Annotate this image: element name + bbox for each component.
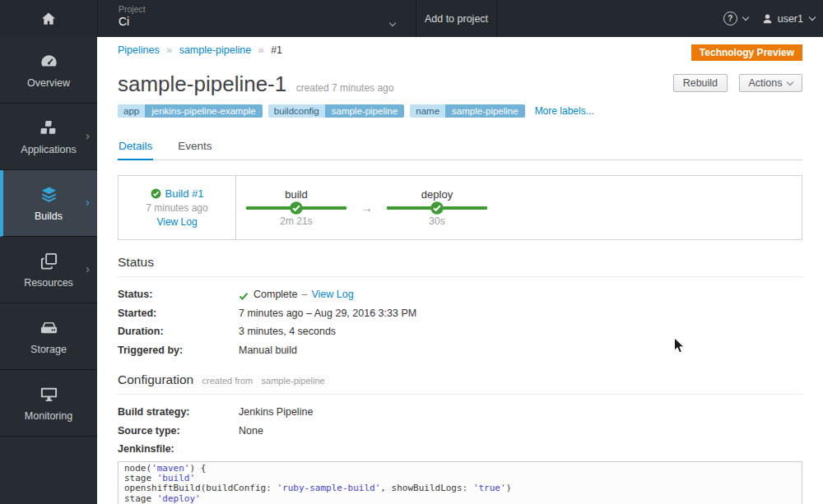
started-label: Started: [118, 307, 239, 321]
sidebar-item-label: Builds [35, 210, 63, 222]
stage-duration: 30s [387, 215, 487, 227]
main-content: Pipelines » sample-pipeline » #1 Technol… [97, 37, 823, 504]
label-value: sample-pipeline [325, 104, 405, 118]
sidebar-item-label: Resources [24, 277, 73, 289]
username: user1 [778, 13, 803, 25]
build-age: 7 minutes ago [146, 202, 207, 214]
actions-label: Actions [749, 77, 783, 89]
openshift-console: Project Ci Add to project ? user1 [0, 0, 823, 504]
check-icon [239, 291, 249, 301]
pipeline-stage-build: build 2m 21s [246, 188, 346, 227]
label-value: sample-pipeline [445, 104, 525, 118]
chevron-right-icon: › [86, 128, 90, 142]
started-row: Started: 7 minutes ago – Aug 29, 2016 3:… [118, 307, 802, 321]
project-selector-label: Project [119, 4, 146, 14]
sidebar-item-builds[interactable]: Builds › [0, 170, 97, 237]
add-to-project-label: Add to project [425, 13, 488, 25]
stage-arrow-icon: → [346, 201, 387, 215]
jenkinsfile-code-block[interactable]: node('maven') {stage 'build'openshiftBui… [118, 461, 802, 504]
source-type-value: None [239, 424, 263, 439]
sidebar-item-applications[interactable]: Applications › [0, 104, 97, 170]
sidebar-item-resources[interactable]: Resources › [0, 237, 97, 303]
source-type-label: Source type: [118, 424, 239, 439]
jenkinsfile-row: Jenkinsfile: [118, 442, 802, 457]
created-from-text: created from [202, 376, 253, 386]
chevron-down-icon [809, 13, 816, 20]
created-timestamp: created 7 minutes ago [296, 82, 394, 94]
configuration-heading-text: Configuration [118, 372, 193, 386]
stage-progress-line [387, 206, 487, 210]
add-to-project-button[interactable]: Add to project [416, 0, 496, 37]
build-strategy-row: Build strategy: Jenkins Pipeline [118, 405, 802, 420]
help-menu[interactable]: ? [723, 12, 748, 25]
status-row: Status: Complete – View Log [118, 288, 802, 303]
rebuild-button[interactable]: Rebuild [673, 74, 728, 92]
breadcrumb-pipeline-link[interactable]: sample-pipeline [179, 44, 252, 56]
stage-progress-line [246, 206, 346, 210]
sidebar-item-monitoring[interactable]: Monitoring [0, 370, 97, 437]
dashboard-icon [40, 52, 58, 77]
label-key: name [410, 104, 445, 118]
label-value: jenkins-pipeline-example [145, 104, 263, 118]
build-number-link[interactable]: Build #1 [165, 187, 204, 200]
triggered-by-value: Manual build [239, 344, 297, 358]
status-value: Complete – View Log [239, 288, 354, 303]
status-label: Status: [118, 288, 239, 303]
sidebar-item-label: Overview [27, 77, 70, 89]
chevron-down-icon [787, 79, 793, 86]
sidebar-item-overview[interactable]: Overview [0, 37, 97, 104]
topbar-right-group: ? user1 [723, 0, 815, 37]
tab-events[interactable]: Events [177, 136, 212, 160]
configuration-details: Build strategy: Jenkins Pipeline Source … [118, 405, 802, 457]
page-title: sample-pipeline-1 [118, 72, 286, 96]
sidebar: Overview Applications › Builds › Resourc… [0, 37, 97, 504]
tab-bar: Details Events [118, 136, 802, 160]
status-text: Complete [253, 288, 298, 303]
duration-value: 3 minutes, 4 seconds [239, 325, 336, 340]
sidebar-item-storage[interactable]: Storage [0, 303, 97, 370]
actions-dropdown-button[interactable]: Actions [739, 74, 802, 92]
sidebar-item-label: Monitoring [25, 410, 72, 422]
view-log-link[interactable]: View Log [311, 288, 353, 303]
duration-row: Duration: 3 minutes, 4 seconds [118, 325, 802, 340]
home-icon [40, 11, 57, 27]
label-key: buildconfig [268, 104, 325, 118]
created-from-link[interactable]: sample-pipeline [262, 376, 325, 386]
pipeline-build-summary: Build #1 7 minutes ago View Log [119, 176, 236, 239]
duration-label: Duration: [118, 325, 239, 340]
breadcrumb-separator: » [166, 44, 172, 56]
technology-preview-badge: Technology Preview [691, 44, 802, 61]
pipeline-card: Build #1 7 minutes ago View Log build 2m… [118, 175, 802, 240]
pipeline-stages: build 2m 21s → deploy [236, 176, 802, 239]
breadcrumb-current: #1 [271, 44, 282, 56]
header-actions: Rebuild Actions [666, 74, 802, 92]
status-details: Status: Complete – View Log Started: 7 m… [118, 288, 802, 358]
cubes-icon [40, 118, 58, 144]
pipeline-stage-deploy: deploy 30s [387, 188, 487, 227]
jenkinsfile-label: Jenkinsfile: [118, 442, 239, 457]
resources-icon [40, 252, 58, 277]
started-value: 7 minutes ago – Aug 29, 2016 3:33 PM [239, 307, 416, 321]
more-labels-link[interactable]: More labels... [535, 105, 594, 117]
tab-details[interactable]: Details [118, 136, 153, 160]
builds-icon [40, 185, 58, 210]
stage-check-circle-icon [290, 201, 304, 215]
check-circle-icon [151, 188, 161, 199]
build-strategy-value: Jenkins Pipeline [239, 405, 313, 420]
breadcrumb-pipelines-link[interactable]: Pipelines [118, 44, 160, 56]
storage-icon [40, 318, 58, 344]
label-tag: buildconfig sample-pipeline [268, 104, 405, 118]
separator: – [302, 288, 308, 303]
project-selector[interactable]: Project Ci [98, 0, 416, 37]
top-navbar: Project Ci Add to project ? user1 [0, 0, 823, 37]
labels-row: app jenkins-pipeline-example buildconfig… [118, 104, 802, 118]
project-name: Ci [119, 15, 129, 28]
status-section-heading: Status [118, 255, 802, 277]
user-icon [761, 12, 774, 25]
view-log-link[interactable]: View Log [156, 216, 197, 228]
user-menu[interactable]: user1 [761, 12, 815, 25]
triggered-by-row: Triggered by: Manual build [118, 344, 802, 358]
configuration-section-heading: Configuration created from sample-pipeli… [118, 372, 802, 395]
home-button[interactable] [0, 0, 98, 37]
chevron-right-icon: › [86, 195, 90, 209]
